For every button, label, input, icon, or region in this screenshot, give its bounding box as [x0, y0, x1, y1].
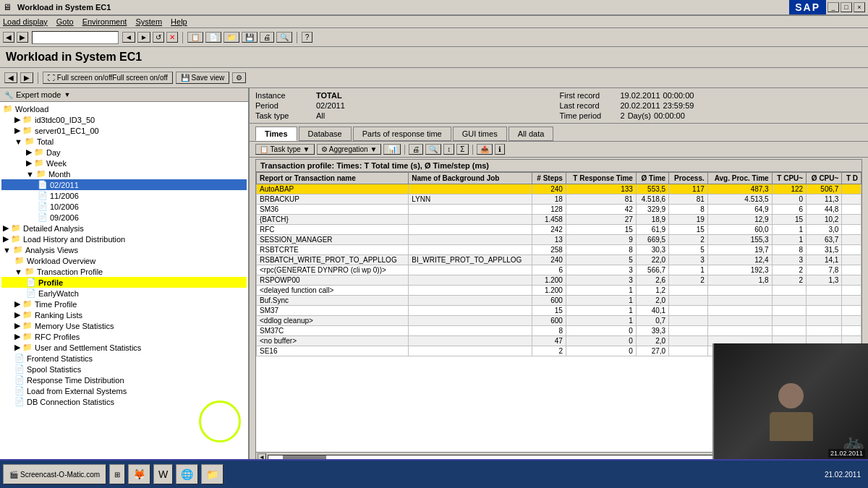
- table-row[interactable]: <rpc(GENERATE DYNPRO (cli wp 0))>63566,7…: [257, 265, 861, 275]
- tree-item-workload-overview[interactable]: 📁 Workload Overview: [1, 255, 247, 266]
- col-steps[interactable]: # Steps: [532, 173, 566, 184]
- table-row[interactable]: SESSION_MANAGER139669,52155,3163,7: [257, 235, 861, 245]
- tree-item-ranking[interactable]: ▶ 📁 Ranking Lists: [1, 309, 247, 320]
- col-process[interactable]: Process.: [669, 173, 708, 184]
- refresh-button[interactable]: ↺: [153, 32, 164, 43]
- taskbar-start[interactable]: ⊞: [109, 464, 125, 484]
- table-row[interactable]: RSBTCRTE258830,3519,7831,5: [257, 245, 861, 255]
- save-view-btn[interactable]: 💾 Save view: [176, 72, 229, 84]
- tree-item-detailed[interactable]: ▶ 📁 Detailed Analysis: [1, 223, 247, 234]
- tree-item-db-connection[interactable]: 📄 DB Connection Statistics: [1, 396, 247, 407]
- tree-item-10-2006[interactable]: 📄 10/2006: [1, 201, 247, 212]
- tree-item-response[interactable]: 📄 Response Time Distribution: [1, 374, 247, 385]
- table-row[interactable]: {BATCH}1.4582718,91912,91510,2: [257, 215, 861, 225]
- tree-item-day[interactable]: ▶ 📁 Day: [1, 147, 247, 158]
- taskbar-chrome[interactable]: 🌐: [176, 464, 198, 484]
- tree-item-week[interactable]: ▶ 📁 Week: [1, 158, 247, 168]
- info-btn[interactable]: ℹ: [495, 144, 505, 155]
- close-button[interactable]: ×: [854, 2, 865, 12]
- table-row[interactable]: AutoABAP240133553,5117487,3122506,7: [257, 184, 861, 194]
- col-t-cpu[interactable]: T CPU~: [772, 173, 806, 184]
- sort-btn[interactable]: ↕: [443, 144, 454, 155]
- minimize-button[interactable]: _: [827, 2, 839, 12]
- table-row[interactable]: RSPOWP001.20032,621,821,3: [257, 275, 861, 286]
- taskbar-word[interactable]: W: [153, 464, 173, 484]
- filter-btn[interactable]: 🔍: [425, 144, 441, 155]
- tree-item-workload[interactable]: 📁 Workload: [1, 103, 247, 114]
- col-td[interactable]: T D: [842, 173, 861, 184]
- tree-item-earlywatch[interactable]: 📄 EarlyWatch: [1, 288, 247, 299]
- tree-item-transaction-profile[interactable]: ▼ 📁 Transaction Profile: [1, 266, 247, 277]
- tree-item-time-profile[interactable]: ▶ 📁 Time Profile: [1, 299, 247, 309]
- col-response-time[interactable]: T Response Time: [566, 173, 636, 184]
- export-btn[interactable]: 📤: [477, 144, 493, 155]
- toolbar-btn-2[interactable]: 📄: [205, 32, 221, 43]
- tab-database[interactable]: Database: [299, 127, 352, 141]
- col-background-job[interactable]: Name of Background Job: [409, 173, 532, 184]
- table-row[interactable]: SM3715140,1: [257, 306, 861, 316]
- tab-parts-response[interactable]: Parts of response time: [353, 127, 451, 141]
- expert-mode-label[interactable]: Expert mode: [16, 90, 61, 99]
- maximize-button[interactable]: □: [841, 2, 852, 12]
- taskbar-firefox[interactable]: 🦊: [128, 464, 150, 484]
- table-row[interactable]: SM3612842329,9864,9644,8: [257, 205, 861, 215]
- stop-button[interactable]: ✕: [166, 32, 178, 43]
- toolbar-btn-1[interactable]: 📋: [187, 32, 203, 43]
- fullscreen-btn[interactable]: ⛶ Full screen on/offFull screen on/off: [43, 72, 173, 84]
- aggregation-btn[interactable]: ⚙ Aggregation ▼: [317, 144, 382, 155]
- print-btn[interactable]: 🖨: [409, 144, 423, 155]
- col-avg-proc[interactable]: Avg. Proc. Time: [707, 173, 772, 184]
- tree-item-frontend[interactable]: 📄 Frontend Statistics: [1, 353, 247, 364]
- tree-item-09-2006[interactable]: 📄 09/2006: [1, 212, 247, 223]
- table-row[interactable]: RFC2421561,91560,013,0: [257, 225, 861, 235]
- toolbar-btn-4[interactable]: 💾: [242, 32, 258, 43]
- toolbar-btn-3[interactable]: 📁: [224, 32, 239, 43]
- tree-item-memory[interactable]: ▶ 📁 Memory Use Statistics: [1, 320, 247, 331]
- table-row[interactable]: <delayed function call>1.20011,2: [257, 286, 861, 296]
- menu-goto[interactable]: Goto: [56, 17, 74, 26]
- tree-item-id3[interactable]: ▶ 📁 id3tdc00_ID3_50: [1, 114, 247, 125]
- tree-item-load-history[interactable]: ▶ 📁 Load History and Distribution: [1, 234, 247, 244]
- nav-next-button[interactable]: ►: [137, 32, 150, 43]
- help-button[interactable]: ?: [302, 32, 313, 43]
- dropdown-icon[interactable]: ▼: [64, 91, 70, 98]
- tree-item-server[interactable]: ▶ 📁 server01_EC1_00: [1, 125, 247, 136]
- taskbar-files[interactable]: 📁: [201, 464, 224, 484]
- forward-button[interactable]: ▶: [17, 32, 28, 43]
- table-row[interactable]: <ddlog cleanup>60010,7: [257, 316, 861, 326]
- tree-item-11-2006[interactable]: 📄 11/2006: [1, 190, 247, 201]
- taskbar-screencast[interactable]: 🎬 Screencast-O-Matic.com: [3, 464, 106, 484]
- nav-back-btn[interactable]: ◀: [4, 72, 17, 83]
- menu-environment[interactable]: Environment: [82, 17, 127, 26]
- tree-item-load-external[interactable]: 📄 Load from External Systems: [1, 385, 247, 396]
- tree-item-user[interactable]: ▶ 📁 User and Settlement Statistics: [1, 342, 247, 353]
- toolbar-btn-6[interactable]: 🔍: [276, 32, 292, 43]
- task-type-btn[interactable]: 📋 Task type ▼: [255, 144, 315, 155]
- toolbar-btn-5[interactable]: 🖨: [260, 32, 274, 43]
- nav-fwd-btn[interactable]: ▶: [20, 72, 33, 83]
- nav-prev-button[interactable]: ◄: [122, 32, 135, 43]
- sum-btn[interactable]: Σ: [456, 144, 468, 155]
- table-row[interactable]: BRBACKUPLYNN18814.518,6814.513,5011,3: [257, 194, 861, 205]
- tab-gui-times[interactable]: GUI times: [453, 127, 507, 141]
- tab-times[interactable]: Times: [255, 127, 297, 141]
- menu-system[interactable]: System: [135, 17, 162, 26]
- tab-all-data[interactable]: All data: [509, 127, 554, 141]
- col-avg-cpu[interactable]: Ø CPU~: [807, 173, 842, 184]
- menu-load-display[interactable]: Load display: [3, 17, 48, 26]
- chart-btn[interactable]: 📊: [383, 144, 401, 155]
- tree-item-spool[interactable]: 📄 Spool Statistics: [1, 364, 247, 374]
- back-button[interactable]: ◀: [3, 32, 14, 43]
- settings-btn[interactable]: ⚙: [232, 72, 246, 83]
- tree-item-total[interactable]: ▼ 📁 Total: [1, 136, 247, 147]
- menu-help[interactable]: Help: [171, 17, 187, 26]
- tree-item-month[interactable]: ▼ 📁 Month: [1, 168, 247, 179]
- tree-item-rfc[interactable]: ▶ 📁 RFC Profiles: [1, 331, 247, 342]
- col-avg-time[interactable]: Ø Time: [636, 173, 668, 184]
- table-row[interactable]: RSBATCH_WRITE_PROT_TO_APPLLOGBI_WRITE_PR…: [257, 255, 861, 265]
- table-row[interactable]: Buf.Sync60012,0: [257, 296, 861, 306]
- tree-item-02-2011[interactable]: 📄 02/2011: [1, 179, 247, 190]
- table-row[interactable]: SM37C8039,3: [257, 326, 861, 336]
- tree-item-standard[interactable]: 📄 Profile: [1, 277, 247, 288]
- tree-item-analysis[interactable]: ▼ 📁 Analysis Views: [1, 244, 247, 255]
